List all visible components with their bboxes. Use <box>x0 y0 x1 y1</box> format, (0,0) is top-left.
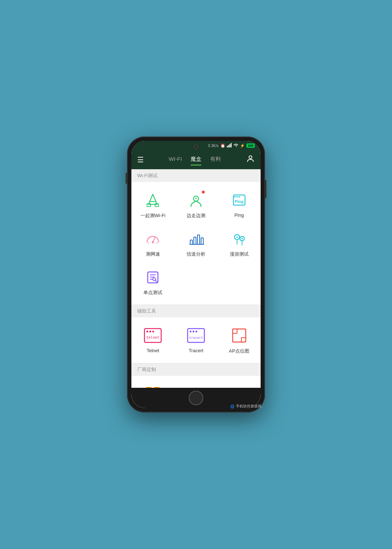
battery-level: 100 <box>246 143 255 148</box>
home-button[interactable] <box>189 391 203 405</box>
wifi-test-label: 一起测Wi-Fi <box>140 212 166 219</box>
item-walk-test[interactable]: 边走边测 <box>175 186 218 224</box>
svg-rect-23 <box>201 238 203 244</box>
network-speed: 0.3K/s <box>208 144 219 148</box>
main-content: Wi-Fi测试 一起测Wi-Fi <box>131 169 261 388</box>
svg-point-41 <box>189 331 191 333</box>
tools-grid: telnet Telnet <box>131 317 261 363</box>
svg-rect-46 <box>146 387 151 388</box>
status-icons: ⏰ <box>220 143 255 148</box>
svg-text:telnet: telnet <box>146 336 159 339</box>
bluetooth-icon-wrap <box>187 385 205 388</box>
svg-point-36 <box>147 331 148 333</box>
signal-icon <box>227 143 232 148</box>
watermark: 🌀 手机软件资源局 <box>230 404 261 409</box>
ap-map-label: AP点位图 <box>229 348 249 354</box>
notification-dot <box>202 191 205 194</box>
item-tracert[interactable]: tracert Tracert <box>175 321 218 359</box>
clock-icon: ⏰ <box>220 143 225 148</box>
svg-point-43 <box>195 331 197 333</box>
svg-rect-22 <box>197 235 200 244</box>
walk-test-icon-wrap <box>187 191 205 210</box>
roaming-label: 漫游测试 <box>230 251 249 257</box>
roaming-icon-wrap <box>230 229 249 248</box>
item-single-test[interactable]: 单点测试 <box>131 263 175 301</box>
channel-label: 信道分析 <box>187 251 205 257</box>
svg-point-38 <box>152 331 154 333</box>
navigation-bar: ☰ WI-FI 魔盒 有料 <box>131 150 261 169</box>
svg-point-28 <box>241 238 243 239</box>
telnet-label: Telnet <box>147 348 159 353</box>
svg-point-13 <box>236 196 238 198</box>
svg-marker-5 <box>148 194 157 204</box>
telnet-icon-wrap: telnet <box>143 326 162 345</box>
svg-text:tracert: tracert <box>189 336 203 339</box>
item-wifi-test[interactable]: 一起测Wi-Fi <box>131 186 175 224</box>
svg-point-4 <box>249 156 252 159</box>
tracert-icon-wrap: tracert <box>187 326 205 345</box>
user-icon[interactable] <box>246 154 255 165</box>
svg-point-12 <box>234 196 236 198</box>
tools-section-header: 辅助工具 <box>131 305 261 317</box>
ap-map-icon-wrap <box>230 326 249 345</box>
item-ap-scan[interactable]: AP 扫码 <box>131 379 175 388</box>
svg-rect-2 <box>229 144 230 147</box>
item-speed-test[interactable]: 测网速 <box>131 224 175 263</box>
speed-test-label: 测网速 <box>146 251 160 257</box>
camera <box>194 145 198 149</box>
svg-rect-40 <box>188 329 204 342</box>
tab-mohe[interactable]: 魔盒 <box>191 156 201 164</box>
svg-rect-0 <box>227 146 228 147</box>
item-channel[interactable]: 信道分析 <box>175 224 218 263</box>
walk-test-label: 边走边测 <box>187 212 205 219</box>
svg-rect-1 <box>228 145 229 148</box>
svg-text:Ping: Ping <box>235 199 244 204</box>
svg-rect-3 <box>230 143 232 147</box>
svg-point-37 <box>150 331 151 333</box>
item-telnet[interactable]: telnet Telnet <box>131 321 175 359</box>
svg-rect-21 <box>194 237 196 244</box>
wifi-grid: 一起测Wi-Fi 边走边测 <box>131 182 261 305</box>
svg-point-34 <box>153 278 156 281</box>
item-bluetooth-ap[interactable]: 蓝牙AP <box>175 379 218 388</box>
power-button <box>265 180 266 198</box>
svg-point-14 <box>238 196 240 198</box>
item-roaming[interactable]: 漫游测试 <box>217 224 261 263</box>
item-ap-map[interactable]: AP点位图 <box>217 321 261 359</box>
speed-test-icon-wrap <box>143 229 162 248</box>
svg-point-17 <box>152 241 154 243</box>
svg-point-42 <box>192 331 194 333</box>
wifi-icon <box>233 143 238 148</box>
ping-icon-wrap: Ping <box>230 191 249 210</box>
svg-point-10 <box>195 198 197 199</box>
single-test-label: 单点测试 <box>143 289 162 296</box>
wifi-section-header: Wi-Fi测试 <box>131 169 261 182</box>
svg-point-26 <box>236 236 238 238</box>
volume-button <box>126 173 127 184</box>
channel-icon-wrap <box>187 229 205 248</box>
vendor-section-header: 厂商定制 <box>131 363 261 376</box>
wifi-test-icon-wrap <box>143 191 162 210</box>
charge-icon: ⚡ <box>240 143 245 148</box>
single-test-icon-wrap <box>143 268 162 286</box>
vendor-grid: AP 扫码 蓝牙AP <box>131 376 261 388</box>
tracert-label: Tracert <box>189 348 204 353</box>
tab-wifi[interactable]: WI-FI <box>169 156 182 164</box>
item-ping[interactable]: Ping Ping <box>217 186 261 224</box>
nav-tabs: WI-FI 魔盒 有料 <box>144 156 246 164</box>
tab-youli[interactable]: 有料 <box>210 156 221 164</box>
svg-rect-47 <box>154 387 159 388</box>
ap-scan-icon-wrap <box>143 385 162 388</box>
ping-label: Ping <box>234 212 244 218</box>
svg-rect-45 <box>233 329 246 342</box>
menu-icon[interactable]: ☰ <box>137 156 144 163</box>
svg-rect-20 <box>190 240 192 244</box>
